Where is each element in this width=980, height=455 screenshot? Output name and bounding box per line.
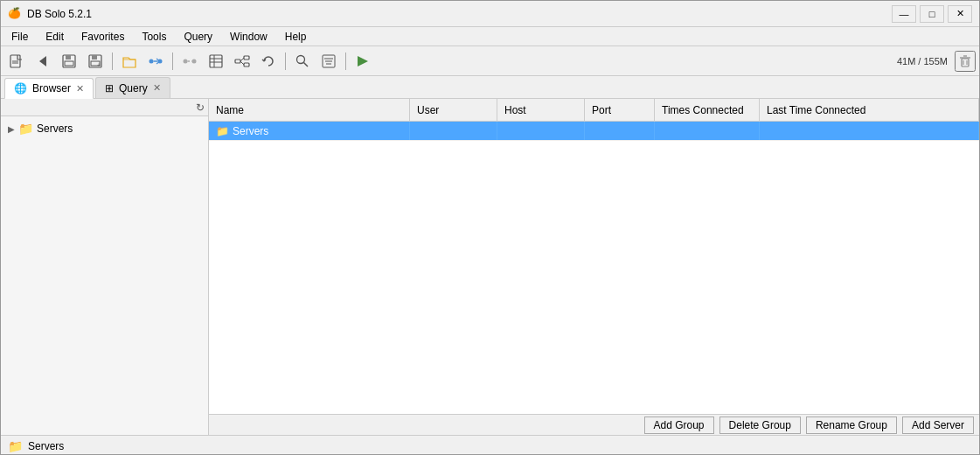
tree-label-servers: Servers: [37, 122, 73, 135]
sep4: [345, 52, 346, 70]
tab-browser[interactable]: 🌐 Browser ✕: [4, 78, 94, 99]
sidebar-toolbar: ↻: [1, 99, 208, 116]
refresh-button[interactable]: [256, 50, 281, 73]
menu-query[interactable]: Query: [177, 29, 219, 45]
svg-point-11: [149, 59, 154, 63]
tab-query[interactable]: ⊞ Query ✕: [95, 77, 170, 98]
svg-rect-8: [92, 55, 97, 60]
rename-group-button[interactable]: Rename Group: [806, 416, 897, 434]
row-folder-icon: 📁: [216, 125, 229, 137]
query-tab-label: Query: [119, 82, 148, 94]
new-table-button[interactable]: [204, 50, 228, 73]
svg-rect-6: [65, 61, 73, 66]
svg-text:+: +: [97, 62, 101, 68]
svg-point-14: [184, 59, 188, 63]
run-button[interactable]: [351, 50, 375, 73]
menu-file[interactable]: File: [4, 29, 35, 45]
memory-indicator: 41M / 155M: [892, 54, 953, 68]
menu-bar: File Edit Favorites Tools Query Window H…: [1, 27, 979, 46]
minimize-button[interactable]: —: [892, 5, 916, 23]
row-cell-name: 📁 Servers: [209, 122, 410, 140]
maximize-button[interactable]: □: [920, 5, 944, 23]
app-icon: 🍊: [8, 7, 22, 21]
menu-window[interactable]: Window: [223, 29, 275, 45]
table-header: Name User Host Port Times Connected Last…: [209, 99, 979, 122]
table-row[interactable]: 📁 Servers: [209, 122, 979, 141]
menu-favorites[interactable]: Favorites: [74, 29, 131, 45]
col-header-times: Times Connected: [655, 99, 760, 121]
tree-arrow-servers: ▶: [8, 124, 15, 134]
sep2: [172, 52, 173, 70]
new-button[interactable]: [4, 50, 29, 73]
row-cell-user: [410, 122, 497, 140]
browser-tab-close[interactable]: ✕: [76, 83, 84, 94]
tree-folder-icon-servers: 📁: [18, 122, 33, 136]
title-bar: 🍊 DB Solo 5.2.1 — □ ✕: [1, 1, 979, 27]
svg-rect-5: [66, 55, 71, 60]
save2-button[interactable]: +: [83, 50, 108, 73]
col-header-last: Last Time Connected: [760, 99, 979, 121]
svg-point-15: [192, 59, 197, 63]
svg-marker-33: [358, 56, 368, 66]
row-name-label: Servers: [233, 125, 268, 137]
sep3: [285, 52, 286, 70]
row-cell-times: [655, 122, 760, 140]
browser-tab-label: Browser: [32, 82, 71, 94]
filter-button[interactable]: [316, 50, 341, 73]
svg-rect-24: [244, 63, 249, 66]
app-title: DB Solo 5.2.1: [27, 8, 92, 20]
svg-rect-34: [962, 59, 969, 66]
clear-memory-button[interactable]: [955, 51, 976, 72]
schema-button[interactable]: [230, 50, 254, 73]
row-cell-last: [760, 122, 979, 140]
back-button[interactable]: [31, 50, 55, 73]
add-server-button[interactable]: Add Server: [902, 416, 974, 434]
tab-bar: 🌐 Browser ✕ ⊞ Query ✕: [1, 76, 979, 99]
main-area: ↻ ▶ 📁 Servers Name User Host Port Times …: [1, 99, 979, 435]
svg-rect-22: [235, 60, 240, 63]
save-button[interactable]: [57, 50, 81, 73]
toolbar: + 41M / 155M: [1, 46, 979, 76]
col-header-host: Host: [497, 99, 585, 121]
menu-edit[interactable]: Edit: [38, 29, 71, 45]
tree-item-servers[interactable]: ▶ 📁 Servers: [4, 120, 205, 137]
svg-line-28: [304, 62, 309, 66]
search-button[interactable]: [290, 50, 315, 73]
window-controls: — □ ✕: [892, 5, 972, 23]
query-tab-icon: ⊞: [105, 82, 114, 94]
disconnect-button[interactable]: [177, 50, 202, 73]
query-tab-close[interactable]: ✕: [153, 82, 161, 94]
status-folder-icon: 📁: [8, 439, 23, 453]
open-button[interactable]: [117, 50, 142, 73]
svg-line-26: [240, 61, 244, 65]
sidebar-refresh-button[interactable]: ↻: [196, 102, 205, 114]
table-body: 📁 Servers: [209, 122, 979, 414]
row-cell-port: [585, 122, 655, 140]
close-button[interactable]: ✕: [948, 5, 972, 23]
svg-rect-23: [244, 56, 249, 60]
menu-help[interactable]: Help: [278, 29, 314, 45]
browser-tab-icon: 🌐: [14, 82, 27, 94]
action-bar: Add Group Delete Group Rename Group Add …: [209, 414, 979, 435]
svg-rect-18: [210, 55, 222, 67]
sidebar: ↻ ▶ 📁 Servers: [1, 99, 209, 435]
col-header-user: User: [410, 99, 497, 121]
tree-area: ▶ 📁 Servers: [1, 116, 208, 435]
status-label: Servers: [28, 440, 64, 452]
menu-tools[interactable]: Tools: [135, 29, 173, 45]
svg-marker-3: [39, 56, 46, 66]
col-header-name: Name: [209, 99, 410, 121]
add-group-button[interactable]: Add Group: [644, 416, 714, 434]
sep1: [112, 52, 113, 70]
row-cell-host: [497, 122, 585, 140]
table-panel: Name User Host Port Times Connected Last…: [209, 99, 979, 435]
svg-line-25: [240, 58, 244, 61]
connect-button[interactable]: [143, 50, 168, 73]
status-bar: 📁 Servers: [1, 435, 979, 455]
delete-group-button[interactable]: Delete Group: [719, 416, 801, 434]
svg-point-27: [297, 55, 305, 63]
col-header-port: Port: [585, 99, 655, 121]
